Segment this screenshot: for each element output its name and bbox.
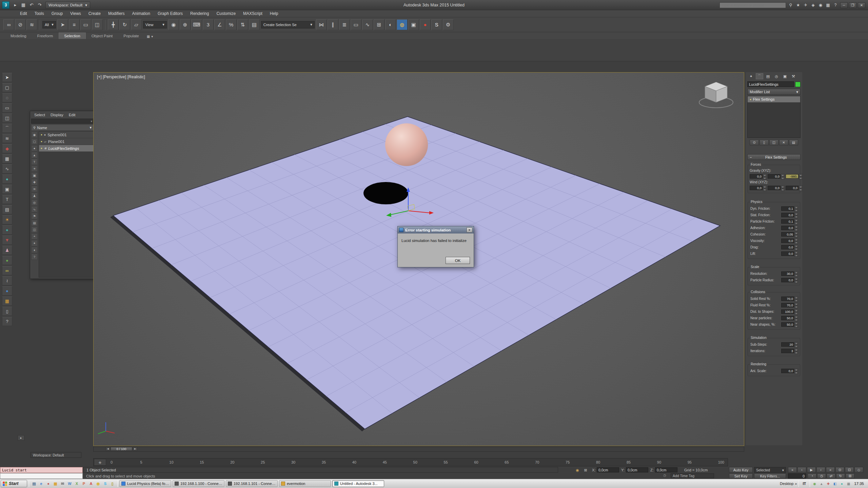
rendered-frame-icon[interactable]: ▣ xyxy=(408,19,419,30)
notes-icon[interactable]: ▯ xyxy=(109,481,116,487)
primitives-icon[interactable]: ▢ xyxy=(2,83,12,92)
schematic-view-icon[interactable]: ⊞ xyxy=(374,19,384,30)
named-selection-set-combobox[interactable]: Create Selection Se ▾ xyxy=(261,21,315,28)
modifier-list-dropdown[interactable]: Modifier List ▾ xyxy=(747,89,801,95)
value-spinner[interactable]: 30,0 ▲▼ xyxy=(781,271,798,276)
configure-modifier-icon[interactable]: ▤ xyxy=(789,140,798,145)
redo-icon[interactable]: ↷ xyxy=(36,1,43,9)
spinner-arrows[interactable]: ▲▼ xyxy=(794,225,798,230)
auto-key-button[interactable]: Auto Key xyxy=(729,467,753,473)
collapse-icon[interactable]: − xyxy=(750,155,752,159)
modify-tab-icon[interactable]: ⌒ xyxy=(756,73,763,79)
color-cube-icon[interactable]: ▦ xyxy=(2,297,12,306)
trackbar-options-button[interactable]: ◈ xyxy=(94,459,106,466)
value-spinner[interactable]: 0,0 ▲▼ xyxy=(781,238,798,243)
key-mode-button[interactable]: ◔ xyxy=(808,473,816,479)
help-tool-icon[interactable]: ? xyxy=(2,317,12,326)
skype-icon[interactable]: S xyxy=(102,481,108,487)
next-frame-button[interactable]: › xyxy=(816,467,825,473)
exchange-apps-icon[interactable]: ◈ xyxy=(810,2,816,8)
explorer-column-header[interactable]: ⚲ Name ▾ xyxy=(31,124,94,131)
rotate-icon[interactable]: ↻ xyxy=(119,19,130,30)
minimize-button[interactable]: ─ xyxy=(840,2,848,8)
powerpoint-icon[interactable]: P xyxy=(81,481,87,487)
filter-spacewarp-icon[interactable]: ≋ xyxy=(31,186,38,192)
filter-curve-icon[interactable]: ∿ xyxy=(31,206,38,212)
rollout-header[interactable]: − Flex Settings xyxy=(747,154,801,160)
set-key-button[interactable]: Set Key xyxy=(729,473,753,479)
chevron-right-icon[interactable]: » xyxy=(795,482,797,486)
s-logo-icon[interactable]: S xyxy=(431,19,442,30)
value-spinner[interactable]: 70,0 ▲▼ xyxy=(781,303,798,308)
expand-strip-button[interactable]: ▸ xyxy=(18,435,24,441)
object-name-field[interactable]: LucidFlexSettings xyxy=(747,81,794,87)
ribbon-tab[interactable]: Selection xyxy=(59,33,85,39)
selection-lock-icon[interactable]: ⊠ xyxy=(582,467,589,473)
value-spinner[interactable]: 0,0 ▲▼ xyxy=(781,225,798,230)
app-logo-icon[interactable]: 3 xyxy=(2,1,9,9)
spinner-arrows[interactable]: ▲▼ xyxy=(794,303,798,308)
move-icon[interactable]: ╋ xyxy=(108,19,119,30)
go-start-button[interactable]: « xyxy=(788,467,797,473)
menu-item[interactable]: Help xyxy=(266,11,282,16)
menu-item[interactable]: Rendering xyxy=(186,11,213,16)
language-indicator[interactable]: IT xyxy=(801,482,808,486)
mirror-icon[interactable]: ⋈ xyxy=(316,19,327,30)
acrobat-icon[interactable]: A xyxy=(88,481,94,487)
material-editor-icon[interactable]: ◐ xyxy=(385,19,396,30)
remove-modifier-icon[interactable]: ✕ xyxy=(779,140,788,145)
spline-icon[interactable]: ∿ xyxy=(2,164,12,174)
signin-icon[interactable]: ◉ xyxy=(817,2,824,8)
ribbon-tab[interactable]: Freeform xyxy=(32,33,58,39)
character-icon[interactable]: ♟ xyxy=(2,246,12,255)
tray-network-icon[interactable]: ▦ xyxy=(846,481,851,487)
explorer-search-input[interactable]: ▾ xyxy=(31,119,94,124)
material-ball-icon[interactable]: ● xyxy=(2,225,12,235)
filter-target-icon[interactable]: ⌖ xyxy=(31,233,38,240)
motion-tab-icon[interactable]: ◎ xyxy=(773,73,780,79)
word-icon[interactable]: W xyxy=(66,481,73,487)
media-icon[interactable]: ● xyxy=(45,481,52,487)
teal-sphere-icon[interactable]: ● xyxy=(2,175,12,184)
filter-helper-icon[interactable]: ✚ xyxy=(31,179,38,185)
tray-updater-icon[interactable]: ▲ xyxy=(818,481,824,487)
apps-grid-icon[interactable]: ▦ xyxy=(825,2,831,8)
menu-item[interactable]: Edit xyxy=(16,11,31,16)
next-frame-arrow[interactable]: ► xyxy=(133,447,137,451)
align-icon[interactable]: ∥ xyxy=(328,19,338,30)
gravity-spinner[interactable]: -980, ▲▼ xyxy=(786,174,803,179)
wind-spinner[interactable]: 0,0 ▲▼ xyxy=(786,185,803,190)
spinner-arrows[interactable]: ▲▼ xyxy=(794,232,798,237)
menu-item[interactable]: Animation xyxy=(129,11,154,16)
curve-editor-icon[interactable]: ∿ xyxy=(362,19,373,30)
show-end-result-icon[interactable]: ▯ xyxy=(760,140,769,145)
value-spinner[interactable]: 0,1 ▲▼ xyxy=(781,219,798,224)
spinner-arrows[interactable]: ▲▼ xyxy=(794,206,798,211)
value-spinner[interactable]: 50,0 ▲▼ xyxy=(781,316,798,321)
menu-item[interactable]: Views xyxy=(66,11,85,16)
menu-item[interactable]: Modifiers xyxy=(104,11,129,16)
mail-icon[interactable]: ✉ xyxy=(59,481,66,487)
spinner-arrows[interactable]: ▲▼ xyxy=(794,296,798,301)
explorer-row[interactable]: ● ✱ LucidFlexSettings xyxy=(39,145,93,152)
dialog-ok-button[interactable]: OK xyxy=(446,257,470,264)
filter-layer-icon[interactable]: ▤ xyxy=(31,220,38,226)
task-button[interactable]: Lucid Physics (Beta) for ... xyxy=(119,480,171,487)
spinner-arrows[interactable]: ▲▼ xyxy=(794,278,798,283)
shapes-icon[interactable]: ◌ xyxy=(2,93,12,102)
ie-icon[interactable]: e xyxy=(38,481,44,487)
value-spinner[interactable]: 0,1 ▲▼ xyxy=(781,206,798,211)
green-ball-icon[interactable]: ● xyxy=(2,256,12,265)
modifier-bulb-icon[interactable]: ● xyxy=(750,98,751,101)
show-desktop-icon[interactable]: ▤ xyxy=(31,481,37,487)
search-input[interactable] xyxy=(719,2,786,8)
spinner-arrows[interactable]: ▲▼ xyxy=(781,174,785,179)
select-by-name-icon[interactable]: ≡ xyxy=(69,19,80,30)
pin-stack-icon[interactable]: ⊙ xyxy=(750,140,759,145)
spinner-arrows[interactable]: ▲▼ xyxy=(794,322,798,327)
clipboard-icon[interactable]: ▯ xyxy=(2,307,12,316)
spinner-arrows[interactable]: ▲▼ xyxy=(794,271,798,276)
bone-icon[interactable]: ≀ xyxy=(2,276,12,285)
keyboard-override-icon[interactable]: ⌨ xyxy=(191,19,202,30)
save-file-icon[interactable]: ▦ xyxy=(20,1,27,9)
